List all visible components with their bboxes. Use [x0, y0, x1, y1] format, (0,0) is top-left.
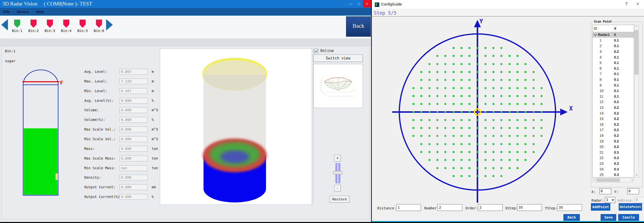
- back-button[interactable]: Back: [346, 16, 371, 37]
- add-point-button[interactable]: AddPoint: [591, 203, 610, 210]
- table-row[interactable]: 50.1: [593, 60, 634, 66]
- table-row[interactable]: 240.3: [593, 166, 634, 172]
- vertical-scroll-thumb[interactable]: [634, 30, 638, 74]
- bin-selector-2[interactable]: Bin:2: [25, 20, 42, 33]
- table-row[interactable]: 130.2: [593, 105, 634, 110]
- field-input-max-level-[interactable]: 7.239: [120, 78, 148, 84]
- close-button[interactable]: ×: [363, 0, 371, 8]
- y-field[interactable]: 0: [627, 188, 639, 194]
- previous-bin-arrow-icon[interactable]: [1, 19, 8, 30]
- field-input-volume-[interactable]: 0.000: [120, 107, 148, 113]
- bin-selector-3[interactable]: Bin:3: [42, 20, 58, 33]
- bin-selector-6[interactable]: Bin:6: [91, 20, 107, 33]
- address-field[interactable]: 0: [634, 197, 644, 203]
- table-row[interactable]: 30.2: [593, 49, 634, 54]
- minimize-button[interactable]: —: [346, 0, 355, 8]
- x-field[interactable]: 0: [600, 188, 611, 194]
- field-input-volume-[interactable]: 0.000: [120, 117, 148, 123]
- table-row[interactable]: 250.3: [593, 172, 634, 178]
- cell-x: 0.1: [614, 89, 631, 93]
- param-input-xstep[interactable]: 35: [517, 204, 542, 211]
- zoom-slider-handle[interactable]: [334, 171, 342, 174]
- field-input-min-level-[interactable]: 6.447: [120, 88, 148, 94]
- field-input-min-scale-mass-[interactable]: nan: [120, 165, 148, 171]
- scan-point-dot: [533, 71, 534, 73]
- field-input-min-scale-vol-[interactable]: 0.000: [120, 136, 148, 142]
- expand-chevron-icon[interactable]: [594, 33, 597, 36]
- menu-item-help[interactable]: Help: [32, 10, 47, 14]
- scan-point-dot: [428, 71, 430, 73]
- table-row[interactable]: 110.1: [593, 94, 634, 99]
- save-button[interactable]: Save: [600, 214, 616, 221]
- next-bin-arrow-icon[interactable]: [106, 19, 113, 30]
- field-input-density-[interactable]: 0.000: [120, 175, 148, 180]
- scroll-right-icon[interactable]: >: [631, 178, 633, 182]
- field-input-output-current-[interactable]: 0.000: [120, 184, 148, 190]
- scroll-left-icon[interactable]: <: [594, 178, 595, 182]
- scan-point-dot: [436, 103, 438, 105]
- menu-item-device[interactable]: Device: [14, 10, 32, 14]
- table-row[interactable]: 140.2: [593, 110, 634, 116]
- scan-point-dot: [412, 111, 414, 113]
- scan-point-dot: [428, 119, 430, 121]
- scan-point-dot: [492, 167, 494, 169]
- scan-point-dot: [460, 87, 462, 89]
- menu-item-file[interactable]: File: [0, 10, 14, 14]
- scan-point-dot: [492, 55, 494, 57]
- table-row[interactable]: 10.1: [593, 38, 634, 43]
- bin-selector-5[interactable]: Bin:5: [74, 20, 91, 33]
- table-row[interactable]: 90.1: [593, 82, 634, 88]
- online-checkbox[interactable]: [314, 49, 318, 53]
- bin-selector-1[interactable]: Bin:1: [9, 20, 25, 33]
- field-input-avg-level-[interactable]: 0.000: [120, 98, 148, 104]
- param-input-number[interactable]: 2: [438, 204, 462, 211]
- cancel-button[interactable]: Cancle: [618, 214, 639, 221]
- table-row[interactable]: 160.2: [593, 122, 634, 127]
- table-row-radar[interactable]: Radar1 0: [593, 32, 634, 38]
- table-row[interactable]: 200.2: [593, 144, 634, 150]
- table-row[interactable]: 150.2: [593, 116, 634, 122]
- table-row[interactable]: 230.3: [593, 161, 634, 166]
- param-input-ystep[interactable]: 35: [557, 204, 582, 211]
- maximize-button[interactable]: □: [355, 0, 363, 8]
- field-input-avg-level-[interactable]: 6.863: [120, 69, 148, 74]
- table-row[interactable]: 60.1: [593, 66, 634, 71]
- table-row[interactable]: 190.2: [593, 138, 634, 144]
- table-row[interactable]: 100.1: [593, 88, 634, 94]
- param-input-distance[interactable]: 1: [396, 204, 421, 211]
- table-row[interactable]: 180.2: [593, 133, 634, 138]
- scroll-down-icon[interactable]: v: [634, 173, 639, 177]
- table-row[interactable]: 70.1: [593, 71, 634, 77]
- table-row[interactable]: 80.1: [593, 77, 634, 82]
- field-input-max-scale-mass-[interactable]: 0.000: [120, 156, 148, 161]
- scroll-up-icon[interactable]: ^: [634, 25, 639, 30]
- horizontal-scroll-thumb[interactable]: [596, 178, 620, 182]
- param-input-order[interactable]: 2: [478, 204, 503, 211]
- table-vertical-scrollbar[interactable]: ^ v: [634, 25, 639, 178]
- delete-point-button[interactable]: DeletePoint: [619, 203, 642, 210]
- restore-button[interactable]: Restore: [330, 196, 350, 203]
- wizard-back-button[interactable]: Back: [564, 214, 580, 221]
- field-unit: ton: [152, 156, 158, 160]
- table-row[interactable]: 170.2: [593, 127, 634, 133]
- scan-point-dot: [524, 87, 526, 89]
- table-row[interactable]: 40.1: [593, 54, 634, 60]
- table-row[interactable]: 120.2: [593, 99, 634, 105]
- field-input-output-current-[interactable]: 0.000: [120, 194, 148, 200]
- table-row[interactable]: 220.3: [593, 155, 634, 161]
- switch-view-button[interactable]: Switch view: [313, 54, 363, 62]
- scan-point-dot: [500, 175, 502, 177]
- field-input-max-scale-vol-[interactable]: 0.000: [120, 126, 148, 132]
- bin-selector-4[interactable]: Bin:4: [58, 20, 74, 33]
- config-close-button[interactable]: ×: [634, 0, 642, 8]
- table-horizontal-scrollbar[interactable]: < >: [592, 178, 634, 182]
- table-row[interactable]: 210.3: [593, 150, 634, 155]
- help-button[interactable]: ?: [622, 0, 630, 8]
- zoom-out-button[interactable]: -: [334, 185, 341, 192]
- table-row[interactable]: 20.1: [593, 43, 634, 49]
- scan-point-dot: [509, 55, 510, 57]
- cell-x: 0.1: [614, 66, 631, 70]
- zoom-in-button[interactable]: +: [334, 155, 341, 162]
- radar-dropdown[interactable]: 1: [605, 197, 615, 203]
- field-input-mass-[interactable]: 0.000: [120, 146, 148, 152]
